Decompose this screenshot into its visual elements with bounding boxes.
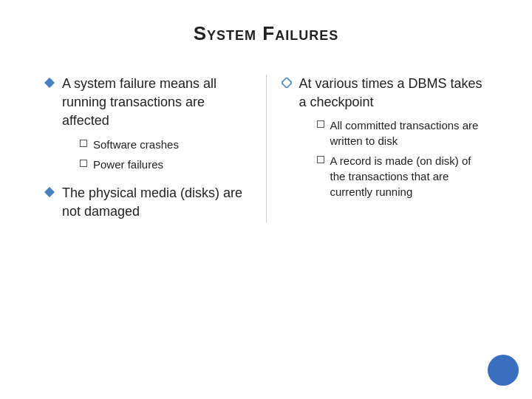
left-sub-item-1: Software crashes [80,137,251,152]
svg-rect-2 [282,78,292,88]
content-area: A system failure means all running trans… [30,75,502,222]
left-sub-text-1: Software crashes [93,137,179,152]
slide-title: System Failures [30,22,502,45]
svg-rect-0 [44,78,55,88]
right-sub-item-2: A record is made (on disk) of the transa… [317,153,488,200]
left-sub-bullets-1: Software crashes Power failures [80,137,251,172]
left-bullet-1: A system failure means all running trans… [44,75,251,172]
diamond-icon-1 [44,78,55,88]
left-sub-item-2: Power failures [80,157,251,172]
right-sub-bullets-1: All committed transactions are written t… [317,117,488,200]
left-sub-text-2: Power failures [93,157,163,172]
right-sub-text-1: All committed transactions are written t… [330,117,488,149]
right-sub-square-icon-2 [317,156,324,163]
sub-square-icon-2 [80,160,87,167]
diamond-icon-right-1 [282,78,292,88]
decorative-circle [488,355,519,386]
right-sub-text-2: A record is made (on disk) of the transa… [330,153,488,200]
diamond-icon-2 [44,187,55,197]
right-column: At various times a DBMS takes a checkpoi… [282,75,488,200]
right-bullet-1: At various times a DBMS takes a checkpoi… [282,75,488,200]
left-bullet-2-text: The physical media (disks) are not damag… [62,184,251,221]
right-sub-item-1: All committed transactions are written t… [317,117,488,149]
svg-rect-1 [44,187,55,197]
left-bullet-1-text: A system failure means all running trans… [62,75,251,131]
left-column: A system failure means all running trans… [44,75,251,221]
left-bullet-2: The physical media (disks) are not damag… [44,184,251,221]
sub-square-icon-1 [80,140,87,147]
right-sub-square-icon-1 [317,120,324,128]
right-bullet-1-text: At various times a DBMS takes a checkpoi… [299,75,488,112]
slide: System Failures A system failure means a… [0,0,532,399]
column-divider [266,75,267,222]
